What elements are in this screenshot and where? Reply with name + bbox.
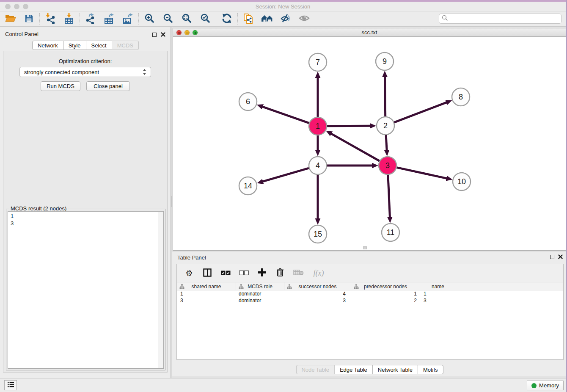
graph-edge-3-11[interactable] bbox=[388, 175, 390, 217]
task-history-button[interactable] bbox=[4, 380, 17, 390]
search-field[interactable] bbox=[439, 14, 561, 24]
result-scrollbar[interactable] bbox=[158, 212, 163, 368]
mcds-result-line: 1 bbox=[11, 213, 161, 220]
open-folder-icon bbox=[5, 13, 16, 25]
export-table-icon bbox=[104, 13, 115, 25]
delete-table-icon bbox=[293, 269, 304, 277]
mcds-tab-content: Optimization criterion: strongly connect… bbox=[3, 51, 168, 373]
export-table-button[interactable] bbox=[102, 13, 116, 25]
column-header-successor-nodes[interactable]: successor nodes bbox=[284, 282, 351, 290]
close-table-panel-icon[interactable] bbox=[558, 254, 563, 260]
tab-mcds[interactable]: MCDS bbox=[112, 41, 139, 50]
graph-node-label-1: 1 bbox=[316, 122, 320, 130]
search-input[interactable] bbox=[448, 16, 559, 22]
graph-node-label-6: 6 bbox=[246, 97, 250, 106]
zoom-in-button[interactable] bbox=[143, 13, 156, 25]
deselect-all-button[interactable] bbox=[238, 268, 249, 279]
graph-edge-1-6[interactable] bbox=[262, 107, 309, 123]
run-mcds-button[interactable]: Run MCDS bbox=[41, 81, 80, 91]
tab-select[interactable]: Select bbox=[86, 41, 112, 50]
tree-icon bbox=[239, 284, 244, 290]
tree-icon bbox=[354, 284, 359, 290]
float-panel-icon[interactable] bbox=[152, 33, 157, 37]
zoom-out-button[interactable] bbox=[161, 13, 175, 25]
checked-boxes-icon bbox=[221, 270, 231, 276]
memory-label: Memory bbox=[539, 382, 559, 389]
graph-edge-1-2[interactable] bbox=[327, 126, 370, 126]
export-network-icon bbox=[85, 13, 96, 25]
select-all-button[interactable] bbox=[220, 268, 231, 279]
table-header-row: shared name MCDS role successor nodes pr… bbox=[177, 282, 563, 290]
network-canvas[interactable]: 7968124314101511 bbox=[173, 37, 566, 250]
close-panel-button[interactable]: Close panel bbox=[86, 81, 130, 91]
unchecked-boxes-icon bbox=[239, 270, 249, 276]
network-file-icon bbox=[243, 12, 254, 25]
tab-network[interactable]: Network bbox=[32, 41, 63, 50]
open-session-button[interactable] bbox=[3, 13, 17, 25]
export-network-button[interactable] bbox=[84, 13, 97, 25]
column-header-shared-name[interactable]: shared name bbox=[177, 282, 236, 290]
graph-edge-2-9[interactable] bbox=[385, 77, 385, 116]
search-icon bbox=[442, 15, 448, 22]
gear-icon: ⚙ bbox=[185, 268, 193, 278]
criterion-value: strongly connected component bbox=[24, 69, 143, 75]
show-columns-button[interactable] bbox=[202, 268, 213, 279]
memory-status-icon bbox=[531, 383, 537, 388]
zoom-selected-button[interactable] bbox=[198, 13, 212, 25]
criterion-select[interactable]: strongly connected component bbox=[19, 67, 151, 77]
import-table-button[interactable] bbox=[62, 13, 76, 25]
graph-edge-3-10[interactable] bbox=[396, 168, 446, 179]
canvas-scrollbar-grip[interactable] bbox=[363, 246, 367, 249]
toolbar-separator bbox=[237, 13, 238, 25]
function-icon: f(x) bbox=[314, 269, 324, 278]
save-disk-icon bbox=[24, 14, 34, 25]
add-column-button[interactable] bbox=[256, 268, 267, 279]
tab-motifs[interactable]: Motifs bbox=[418, 365, 443, 374]
graph-node-label-9: 9 bbox=[383, 57, 387, 66]
open-cyndex-button[interactable] bbox=[260, 13, 274, 25]
zoom-in-icon bbox=[144, 13, 154, 25]
network-window-titlebar: scc.txt bbox=[173, 28, 566, 37]
graph-node-label-2: 2 bbox=[383, 121, 388, 130]
delete-table-button bbox=[293, 268, 304, 279]
table-tabs: Node Table Edge Table Network Table Moti… bbox=[296, 365, 443, 374]
table-settings-button[interactable]: ⚙ bbox=[184, 268, 195, 279]
apply-layout-button[interactable] bbox=[220, 13, 234, 25]
mcds-result-list[interactable]: 1 3 bbox=[8, 211, 164, 369]
memory-button[interactable]: Memory bbox=[527, 381, 564, 390]
export-image-button[interactable] bbox=[121, 13, 135, 25]
new-network-from-selection-button[interactable] bbox=[242, 13, 255, 25]
import-network-button[interactable] bbox=[44, 13, 57, 25]
refresh-icon bbox=[222, 13, 232, 25]
show-graphics-details-button[interactable] bbox=[297, 13, 311, 25]
column-header-mcds-role[interactable]: MCDS role bbox=[236, 282, 284, 290]
tab-edge-table[interactable]: Edge Table bbox=[335, 365, 373, 374]
tab-network-table[interactable]: Network Table bbox=[373, 365, 418, 374]
hide-graphics-details-button[interactable] bbox=[279, 13, 292, 25]
graph-node-label-7: 7 bbox=[316, 58, 320, 66]
mcds-result-group: MCDS result (2 nodes) 1 3 bbox=[6, 209, 165, 370]
save-session-button[interactable] bbox=[22, 13, 36, 25]
table-row[interactable]: 1 dominator 4 1 1 bbox=[177, 290, 563, 297]
graph-edge-3-1[interactable] bbox=[331, 134, 379, 161]
column-header-predecessor-nodes[interactable]: predecessor nodes bbox=[351, 282, 420, 290]
table-row[interactable]: 3 dominator 3 2 3 bbox=[177, 297, 563, 304]
float-table-panel-icon[interactable] bbox=[550, 255, 554, 259]
table-panel: Table Panel ⚙ bbox=[172, 252, 567, 376]
toolbar-separator bbox=[138, 13, 139, 25]
graph-edge-2-8[interactable] bbox=[394, 102, 447, 122]
graph-edge-2-3[interactable] bbox=[386, 135, 387, 150]
eye-icon bbox=[298, 13, 310, 25]
app-title: Session: New Session bbox=[0, 3, 566, 10]
graph-edge-4-14[interactable] bbox=[263, 168, 309, 182]
delete-column-button[interactable] bbox=[275, 268, 286, 279]
tab-style[interactable]: Style bbox=[63, 41, 86, 50]
tree-icon bbox=[287, 284, 292, 290]
mcds-result-line: 3 bbox=[11, 220, 161, 227]
close-panel-icon[interactable] bbox=[160, 32, 166, 38]
zoom-out-icon bbox=[163, 13, 173, 25]
tab-node-table[interactable]: Node Table bbox=[296, 365, 335, 374]
column-header-name[interactable]: name bbox=[420, 282, 456, 290]
zoom-fit-button[interactable] bbox=[180, 13, 193, 25]
network-window: scc.txt 7968124314101511 bbox=[173, 28, 566, 251]
